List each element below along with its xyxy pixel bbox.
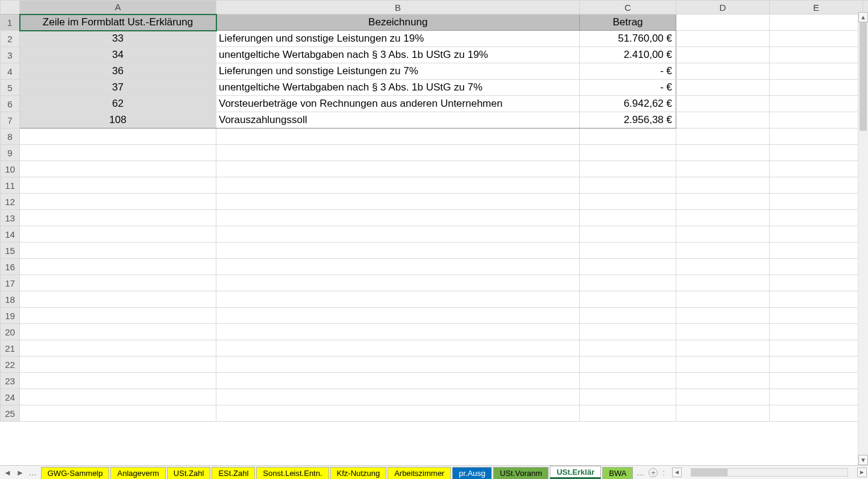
cell-C13[interactable]: [580, 210, 676, 226]
cell-D2[interactable]: [676, 31, 770, 47]
vscroll-track[interactable]: [858, 22, 868, 455]
cell-B3[interactable]: unentgeltiche Wertabgaben nach § 3 Abs. …: [216, 47, 580, 63]
tab-nav-last-icon[interactable]: ►: [16, 468, 24, 477]
cell-C4[interactable]: - €: [580, 63, 676, 80]
hscroll-track[interactable]: [691, 468, 848, 477]
cell-E9[interactable]: [770, 145, 863, 161]
row-header-16[interactable]: 16: [1, 259, 20, 275]
cell-D5[interactable]: [676, 80, 770, 96]
cell-D10[interactable]: [676, 161, 770, 177]
cell-A20[interactable]: [20, 324, 216, 340]
cell-A24[interactable]: [20, 389, 216, 405]
cell-E3[interactable]: [770, 47, 863, 63]
hscroll-thumb[interactable]: [691, 469, 728, 476]
cell-D17[interactable]: [676, 275, 770, 291]
cell-D18[interactable]: [676, 291, 770, 308]
row-header-11[interactable]: 11: [1, 177, 20, 194]
cell-A19[interactable]: [20, 308, 216, 324]
row-header-9[interactable]: 9: [1, 145, 20, 161]
select-all-corner[interactable]: [1, 1, 20, 14]
cell-E18[interactable]: [770, 291, 863, 308]
sheet-tab-Anlageverm[interactable]: Anlageverm: [110, 467, 165, 479]
cell-C1[interactable]: Betrag: [580, 14, 676, 31]
cell-D14[interactable]: [676, 226, 770, 243]
cell-A18[interactable]: [20, 291, 216, 308]
cell-B2[interactable]: Lieferungen und sonstige Leistungen zu 1…: [216, 31, 580, 47]
row-header-19[interactable]: 19: [1, 308, 20, 324]
sheet-tab-ESt-Zahl[interactable]: ESt.Zahl: [212, 467, 255, 479]
row-header-7[interactable]: 7: [1, 112, 20, 128]
cell-E19[interactable]: [770, 308, 863, 324]
cell-D6[interactable]: [676, 96, 770, 112]
cell-C8[interactable]: [580, 128, 676, 145]
cell-B23[interactable]: [216, 373, 580, 389]
cell-C11[interactable]: [580, 177, 676, 194]
cell-B17[interactable]: [216, 275, 580, 291]
cell-B1[interactable]: Bezeichnung: [216, 14, 580, 31]
cell-C2[interactable]: 51.760,00 €: [580, 31, 676, 47]
cell-B18[interactable]: [216, 291, 580, 308]
cell-D25[interactable]: [676, 405, 770, 422]
row-header-6[interactable]: 6: [1, 96, 20, 112]
row-header-22[interactable]: 22: [1, 357, 20, 373]
cell-C19[interactable]: [580, 308, 676, 324]
cell-B9[interactable]: [216, 145, 580, 161]
row-header-21[interactable]: 21: [1, 340, 20, 357]
sheet-tab-Sonst-Leist-Entn-[interactable]: Sonst.Leist.Entn.: [256, 467, 329, 479]
cell-E13[interactable]: [770, 210, 863, 226]
cell-E25[interactable]: [770, 405, 863, 422]
tabs-overflow-ellipsis[interactable]: …: [636, 468, 644, 477]
spreadsheet-grid[interactable]: A B C D E F 1 Zeile im Formblatt Ust.-Er…: [0, 0, 868, 465]
sheet-tab-GWG-Sammelp[interactable]: GWG-Sammelp: [41, 467, 110, 479]
cell-D23[interactable]: [676, 373, 770, 389]
col-header-E[interactable]: E: [770, 1, 863, 14]
cell-B16[interactable]: [216, 259, 580, 275]
sheet-tab-USt-Voranm[interactable]: USt.Voranm: [493, 467, 549, 479]
sheet-tab-pr-Ausg[interactable]: pr.Ausg: [452, 467, 492, 479]
cell-B7[interactable]: Vorauszahlungssoll: [216, 112, 580, 128]
cell-E5[interactable]: [770, 80, 863, 96]
row-header-4[interactable]: 4: [1, 63, 20, 80]
new-sheet-button[interactable]: +: [649, 468, 658, 477]
cell-A23[interactable]: [20, 373, 216, 389]
cell-E10[interactable]: [770, 161, 863, 177]
cell-D3[interactable]: [676, 47, 770, 63]
cell-E23[interactable]: [770, 373, 863, 389]
row-header-15[interactable]: 15: [1, 243, 20, 259]
cell-E2[interactable]: [770, 31, 863, 47]
cell-A6[interactable]: 62: [20, 96, 216, 112]
cell-B4[interactable]: Lieferungen und sonstige Leistungen zu 7…: [216, 63, 580, 80]
cell-D16[interactable]: [676, 259, 770, 275]
cell-A14[interactable]: [20, 226, 216, 243]
cell-B21[interactable]: [216, 340, 580, 357]
cell-C3[interactable]: 2.410,00 €: [580, 47, 676, 63]
row-header-8[interactable]: 8: [1, 128, 20, 145]
cell-D24[interactable]: [676, 389, 770, 405]
cell-C7[interactable]: 2.956,38 €: [580, 112, 676, 128]
row-header-18[interactable]: 18: [1, 291, 20, 308]
cell-D4[interactable]: [676, 63, 770, 80]
cell-A7[interactable]: 108: [20, 112, 216, 128]
cell-C5[interactable]: - €: [580, 80, 676, 96]
cell-C21[interactable]: [580, 340, 676, 357]
scroll-up-button[interactable]: ▲: [858, 12, 868, 22]
cell-A16[interactable]: [20, 259, 216, 275]
cell-A8[interactable]: [20, 128, 216, 145]
cell-A12[interactable]: [20, 194, 216, 210]
scroll-right-button[interactable]: ►: [857, 468, 867, 477]
cell-C10[interactable]: [580, 161, 676, 177]
scroll-down-button[interactable]: ▼: [858, 455, 868, 465]
col-header-C[interactable]: C: [580, 1, 676, 14]
row-header-13[interactable]: 13: [1, 210, 20, 226]
cell-A21[interactable]: [20, 340, 216, 357]
cell-E16[interactable]: [770, 259, 863, 275]
scroll-left-button[interactable]: ◄: [672, 468, 682, 477]
cell-D22[interactable]: [676, 357, 770, 373]
row-header-2[interactable]: 2: [1, 31, 20, 47]
cell-B14[interactable]: [216, 226, 580, 243]
cell-A25[interactable]: [20, 405, 216, 422]
cell-D8[interactable]: [676, 128, 770, 145]
row-header-3[interactable]: 3: [1, 47, 20, 63]
row-header-25[interactable]: 25: [1, 405, 20, 422]
cell-B10[interactable]: [216, 161, 580, 177]
